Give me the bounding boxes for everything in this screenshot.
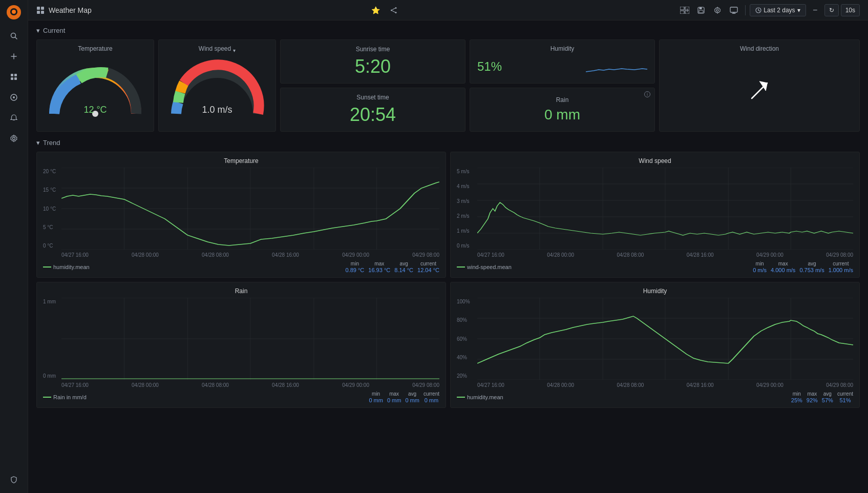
temp-legend-line xyxy=(43,266,51,268)
wind-speed-chart-title: Wind speed xyxy=(457,157,853,165)
ws-x-2: 04/28 08:00 xyxy=(617,252,644,258)
temp-y-label-0: 20 °C xyxy=(43,169,61,174)
sidebar-item-settings[interactable] xyxy=(5,129,23,148)
ws-y-0: 5 m/s xyxy=(457,169,477,174)
ws-y-1: 4 m/s xyxy=(457,183,477,189)
svg-line-21 xyxy=(392,8,395,10)
refresh-interval-button[interactable]: 10s xyxy=(841,4,860,16)
app-logo[interactable] xyxy=(6,4,22,20)
ws-x-5: 04/29 08:00 xyxy=(826,252,853,258)
svg-rect-32 xyxy=(730,7,737,12)
wind-speed-gauge: 1.0 m/s xyxy=(166,57,268,124)
trend-chevron-icon: ▾ xyxy=(36,139,40,147)
wind-direction-arrow xyxy=(744,75,775,106)
humidity-chart-title: Humidity xyxy=(457,287,853,295)
temperature-card: Temperature xyxy=(36,39,154,132)
svg-rect-16 xyxy=(37,11,40,14)
trend-section-header[interactable]: ▾ Trend xyxy=(36,139,860,147)
rain-legend-label: Rain in mm/d xyxy=(53,394,87,400)
svg-rect-8 xyxy=(11,77,13,80)
temp-x-1: 04/28 00:00 xyxy=(132,252,159,258)
temperature-chart-svg xyxy=(61,168,439,250)
temperature-title: Temperature xyxy=(44,45,146,52)
wind-speed-chart-svg xyxy=(477,168,853,250)
tv-button[interactable] xyxy=(727,3,741,17)
hum-legend-label: humidity.mean xyxy=(467,394,503,400)
chevron-down-icon: ▾ xyxy=(797,7,800,14)
sidebar xyxy=(0,0,28,493)
temp-min: min 0.89 °C xyxy=(346,261,365,273)
topbar: Weather Map ⭐ Last 2 days ▾ − xyxy=(28,0,868,20)
save-button[interactable] xyxy=(694,3,708,17)
current-section-label: Current xyxy=(43,27,65,34)
sunset-card: Sunset time 20:54 xyxy=(280,88,465,132)
ws-legend-line xyxy=(457,266,465,268)
current-chevron-icon: ▾ xyxy=(36,27,40,34)
ws-stats: min 0 m/s max 4.000 m/s avg 0.753 m/s xyxy=(753,261,853,273)
wind-speed-chart-footer: wind-speed.mean min 0 m/s max 4.000 m/s … xyxy=(457,261,853,273)
separator xyxy=(745,5,746,15)
temperature-gauge-container: 12 °C xyxy=(44,55,146,126)
svg-rect-14 xyxy=(37,7,40,10)
humidity-chart-footer: humidity.mean min 25% max 92% avg xyxy=(457,391,853,403)
wind-speed-chart-card: Wind speed 5 m/s 4 m/s 3 m/s 2 m/s 1 m/s… xyxy=(450,152,860,278)
add-panel-button[interactable] xyxy=(678,3,692,17)
ws-max: max 4.000 m/s xyxy=(771,261,795,273)
ws-x-4: 04/29 00:00 xyxy=(756,252,784,258)
hum-y-1: 80% xyxy=(457,317,477,323)
sidebar-item-add[interactable] xyxy=(5,47,23,66)
refresh-interval-label: 10s xyxy=(845,7,855,14)
temp-x-0: 04/27 16:00 xyxy=(61,252,89,258)
ws-legend-label: wind-speed.mean xyxy=(467,264,512,270)
rain-info-icon[interactable]: i xyxy=(644,91,650,97)
hum-legend: humidity.mean xyxy=(457,394,503,400)
settings-button[interactable] xyxy=(710,3,725,17)
refresh-button[interactable]: ↻ xyxy=(824,4,839,16)
wind-speed-dropdown-icon[interactable]: ▾ xyxy=(233,48,236,53)
ws-y-2: 3 m/s xyxy=(457,198,477,204)
ws-legend: wind-speed.mean xyxy=(457,264,512,270)
sidebar-item-dashboard[interactable] xyxy=(5,68,23,86)
ws-min: min 0 m/s xyxy=(753,261,767,273)
time-range-button[interactable]: Last 2 days ▾ xyxy=(750,4,806,16)
svg-rect-29 xyxy=(700,7,702,9)
current-section-header[interactable]: ▾ Current xyxy=(36,27,860,34)
svg-rect-23 xyxy=(680,7,684,10)
hum-current: current 51% xyxy=(837,391,853,403)
svg-rect-6 xyxy=(11,74,13,76)
time-range-label: Last 2 days xyxy=(764,7,795,14)
ws-x-0: 04/27 16:00 xyxy=(477,252,504,258)
temp-y-label-1: 15 °C xyxy=(43,187,61,193)
sidebar-item-alerting[interactable] xyxy=(5,109,23,127)
zoom-out-button[interactable]: − xyxy=(808,3,822,17)
share-button[interactable] xyxy=(387,3,401,17)
humidity-value: 51% xyxy=(477,59,502,74)
ws-x-3: 04/28 16:00 xyxy=(687,252,714,258)
rain-min: min 0 mm xyxy=(369,391,383,403)
humidity-title: Humidity xyxy=(477,45,647,52)
hum-legend-line xyxy=(457,397,465,398)
sidebar-item-explore[interactable] xyxy=(5,88,23,107)
temp-max: max 16.93 °C xyxy=(368,261,390,273)
rain-chart-title: Rain xyxy=(43,287,439,295)
rain-legend: Rain in mm/d xyxy=(43,394,87,400)
svg-point-20 xyxy=(395,12,397,13)
svg-rect-15 xyxy=(41,7,44,10)
hum-y-4: 20% xyxy=(457,373,477,379)
svg-rect-17 xyxy=(41,11,44,14)
temp-x-5: 04/29 08:00 xyxy=(412,252,439,258)
svg-line-3 xyxy=(15,37,17,39)
hum-min: min 25% xyxy=(791,391,802,403)
sidebar-item-shield[interactable] xyxy=(5,470,23,489)
temp-y-label-4: 0 °C xyxy=(43,243,61,249)
humidity-chart-svg xyxy=(477,298,853,380)
svg-line-37 xyxy=(758,10,760,11)
temp-y-label-3: 5 °C xyxy=(43,224,61,230)
wind-speed-title: Wind speed xyxy=(199,45,231,52)
sidebar-item-search[interactable] xyxy=(5,27,23,45)
star-button[interactable]: ⭐ xyxy=(368,3,383,17)
topbar-right: Last 2 days ▾ − ↻ 10s xyxy=(678,3,860,17)
page-title: Weather Map xyxy=(49,6,92,14)
rain-chart-svg xyxy=(61,298,439,380)
wind-speed-gauge-container: 1.0 m/s xyxy=(166,55,268,126)
